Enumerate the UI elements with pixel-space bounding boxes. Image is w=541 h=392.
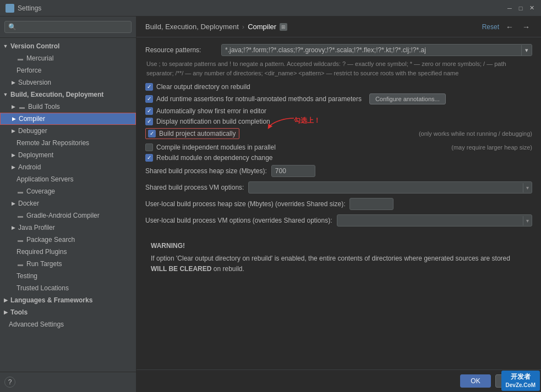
shared-heap-input[interactable] <box>271 165 315 177</box>
chevron-right-icon-d: ▶ <box>10 128 17 134</box>
user-vm-expand-btn[interactable]: ▾ <box>523 216 532 225</box>
sidebar-item-required-plugins[interactable]: Required Plugins <box>0 246 136 258</box>
maximize-btn[interactable]: □ <box>517 4 524 12</box>
sidebar-label-languages: Languages & Frameworks <box>10 296 92 304</box>
form-row-shared-heap: Shared build process heap size (Mbytes): <box>145 165 532 177</box>
breadcrumb-separator: › <box>242 23 244 31</box>
sidebar-item-run-targets[interactable]: ▬ Run Targets <box>0 258 136 270</box>
checkbox-display-notify: Display notification on build completion <box>145 118 532 125</box>
resource-patterns-row: Resource patterns: ▾ <box>145 44 532 56</box>
content-footer: OK Cancel <box>136 369 541 392</box>
sidebar-item-testing[interactable]: Testing <box>0 270 136 282</box>
shared-vm-expand-btn[interactable]: ▾ <box>523 183 532 192</box>
sidebar-item-coverage[interactable]: ▬ Coverage <box>0 185 136 197</box>
checkbox-auto-show-error-input[interactable] <box>145 107 153 115</box>
user-vm-label: User-local build process VM options (ove… <box>145 217 332 224</box>
search-input[interactable] <box>4 21 132 33</box>
sidebar-search-bar <box>0 16 136 38</box>
checkbox-add-runtime: Add runtime assertions for notnull-annot… <box>145 93 532 104</box>
checkbox-build-auto-note: (only works while not running / debuggin… <box>408 130 532 137</box>
app-icon <box>6 4 14 13</box>
sidebar-item-debugger[interactable]: ▶ Debugger <box>0 125 136 137</box>
sidebar-item-android[interactable]: ▶ Android <box>0 161 136 173</box>
resource-patterns-input[interactable] <box>222 45 521 56</box>
checkbox-compile-parallel-note: (may require larger heap size) <box>440 144 532 151</box>
checkbox-compile-parallel-input[interactable] <box>145 143 153 151</box>
sidebar-item-build-tools[interactable]: ▶ ▬ Build Tools <box>0 101 136 113</box>
sidebar-label-tools: Tools <box>10 308 28 316</box>
sidebar-item-gradle-android[interactable]: ▬ Gradle-Android Compiler <box>0 209 136 222</box>
sidebar-item-advanced-settings[interactable]: Advanced Settings <box>0 318 136 330</box>
file-icon-cov: ▬ <box>17 187 24 195</box>
chevron-down-icon-2: ▼ <box>2 91 9 98</box>
window-controls: ─ □ ✕ <box>506 4 535 12</box>
file-icon: ▬ <box>17 54 24 62</box>
content-header: Build, Execution, Deployment › Compiler … <box>136 16 541 37</box>
main-container: ▼ Version Control ▬ Mercurial Perforce ▶… <box>0 16 541 392</box>
sidebar-label-version-control: Version Control <box>10 42 59 50</box>
checkbox-clear-output: Clear output directory on rebuild <box>145 83 532 91</box>
sidebar-item-remote-jar[interactable]: Remote Jar Repositories <box>0 137 136 149</box>
checkbox-display-notify-label: Display notification on build completion <box>156 118 270 125</box>
sidebar-item-version-control[interactable]: ▼ Version Control <box>0 40 136 52</box>
help-button[interactable]: ? <box>4 377 15 388</box>
reset-link[interactable]: Reset <box>482 23 499 31</box>
warning-title: WARNING! <box>151 241 527 251</box>
form-row-user-heap: User-local build process heap size (Mbyt… <box>145 198 532 210</box>
chevron-right-icon-bt: ▶ <box>10 103 17 110</box>
breadcrumb-current: Compiler <box>248 23 276 31</box>
checkbox-build-auto: 勾选上！ Build project automatically (only w… <box>145 128 532 139</box>
file-icon-gac: ▬ <box>17 212 24 219</box>
close-btn[interactable]: ✕ <box>528 4 535 12</box>
watermark-line1: 开发者 <box>506 372 535 382</box>
checkbox-compile-parallel-label: Compile independent modules in parallel <box>156 143 276 151</box>
sidebar-label-compiler: Compiler <box>19 115 45 123</box>
checkbox-clear-output-input[interactable] <box>145 83 153 91</box>
title-bar: Settings ─ □ ✕ <box>0 0 541 16</box>
sidebar-item-trusted-locations[interactable]: Trusted Locations <box>0 282 136 294</box>
checkbox-rebuild-dep: Rebuild module on dependency change <box>145 154 532 162</box>
user-vm-input-wrap: ▾ <box>337 214 533 227</box>
file-icon-ps: ▬ <box>17 236 24 244</box>
sidebar-item-docker[interactable]: ▶ Docker <box>0 197 136 209</box>
nav-back-button[interactable]: ← <box>504 21 516 32</box>
user-vm-input[interactable] <box>337 215 523 226</box>
sidebar-footer: ? <box>0 372 136 392</box>
form-row-shared-vm: Shared build process VM options: ▾ <box>145 181 532 194</box>
checkbox-compile-parallel: Compile independent modules in parallel … <box>145 143 532 151</box>
sidebar-item-languages[interactable]: ▶ Languages & Frameworks <box>0 294 136 306</box>
shared-heap-label: Shared build process heap size (Mbytes): <box>145 167 267 175</box>
content-area: Build, Execution, Deployment › Compiler … <box>136 16 541 392</box>
sidebar-label-package-search: Package Search <box>26 236 75 244</box>
sidebar-item-build-execution[interactable]: ▼ Build, Execution, Deployment <box>0 89 136 101</box>
shared-vm-input-wrap: ▾ <box>248 181 532 194</box>
checkbox-auto-show-error: Automatically show first error in editor <box>145 107 532 115</box>
checkbox-add-runtime-input[interactable] <box>145 95 153 103</box>
checkbox-display-notify-input[interactable] <box>145 118 153 125</box>
sidebar-item-package-search[interactable]: ▬ Package Search <box>0 234 136 246</box>
resource-patterns-expand-btn[interactable]: ▾ <box>521 45 532 56</box>
nav-forward-button[interactable]: → <box>520 21 532 32</box>
sidebar-label-build-execution: Build, Execution, Deployment <box>10 91 103 98</box>
user-heap-input[interactable] <box>349 198 394 210</box>
checkbox-build-auto-label: Build project automatically <box>159 130 236 137</box>
checkbox-rebuild-dep-input[interactable] <box>145 154 153 162</box>
checkbox-rebuild-dep-label: Rebuild module on dependency change <box>156 154 273 162</box>
checkbox-build-auto-input[interactable] <box>148 130 156 137</box>
sidebar-item-perforce[interactable]: Perforce <box>0 64 136 76</box>
sidebar-item-app-servers[interactable]: Application Servers <box>0 173 136 185</box>
chevron-right-icon-tools: ▶ <box>2 309 9 316</box>
form-row-user-vm: User-local build process VM options (ove… <box>145 214 532 227</box>
sidebar-item-compiler[interactable]: ▶ Compiler <box>0 113 136 125</box>
resource-patterns-input-wrap: ▾ <box>221 44 532 56</box>
sidebar-item-mercurial[interactable]: ▬ Mercurial <box>0 52 136 64</box>
sidebar-item-subversion[interactable]: ▶ Subversion <box>0 76 136 89</box>
shared-vm-input[interactable] <box>249 182 523 193</box>
sidebar-item-deployment[interactable]: ▶ Deployment <box>0 149 136 161</box>
sidebar-item-java-profiler[interactable]: ▶ Java Profiler <box>0 222 136 234</box>
minimize-btn[interactable]: ─ <box>506 4 513 12</box>
ok-button[interactable]: OK <box>460 374 490 388</box>
sidebar-item-tools[interactable]: ▶ Tools <box>0 306 136 318</box>
hint-text: Use ; to separate patterns and ! to nega… <box>145 59 532 78</box>
configure-annotations-button[interactable]: Configure annotations... <box>369 93 446 104</box>
